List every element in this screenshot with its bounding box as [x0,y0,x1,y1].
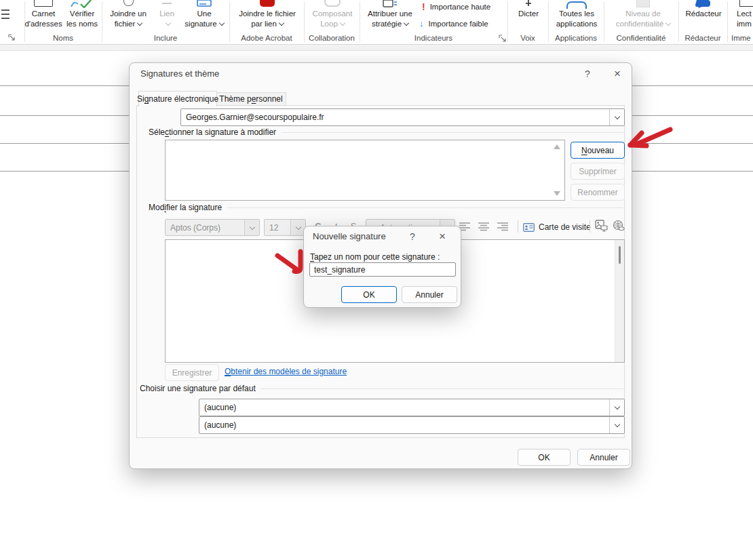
adobe-acrobat-icon [260,0,275,7]
signature-button[interactable]: Une signature [180,0,228,33]
help-icon[interactable]: ? [579,66,596,81]
chevron-down-icon[interactable] [609,417,624,433]
new-signature-button[interactable]: Nouveau [571,142,625,159]
immersive-reader-button[interactable]: Lect imm [731,0,753,33]
dialog-cancel-button[interactable]: Annuler [577,449,630,466]
close-icon[interactable]: × [609,66,625,81]
delete-signature-button: Supprimer [571,163,625,180]
chevron-down-icon [404,20,409,26]
importance-low-icon: ↓ [419,19,424,28]
group-label-noms: Noms [24,34,102,42]
scroll-up-icon[interactable] [554,144,560,149]
importance-high-button[interactable]: ! Importance haute [422,2,490,12]
chevron-down-icon [665,20,671,26]
chevron-down-icon [244,220,259,235]
help-icon[interactable]: ? [404,229,421,244]
group-label-adobe: Adobe Acrobat [229,34,304,42]
address-book-icon [34,0,53,7]
account-select[interactable]: Georges.Garnier@secourspopulaire.fr [180,108,625,126]
group-label-indicateurs: Indicateurs [360,34,507,42]
dialog-ok-button[interactable]: OK [518,449,571,466]
font-family-select: Aptos (Corps) [165,219,260,236]
save-signature-button: Enregistrer [165,364,219,381]
all-apps-button[interactable]: Toutes les applications [549,0,604,33]
link-icon [162,3,172,4]
signature-name-prompt: Tapez un nom pour cette signature : [310,252,440,262]
importance-high-icon: ! [422,2,425,12]
new-signature-cancel-button[interactable]: Annuler [402,286,457,303]
group-label-voix: Voix [507,34,548,42]
importance-low-button[interactable]: ↓ Importance faible [419,19,488,28]
attach-file-button[interactable]: Joindre un fichier [103,0,153,33]
edit-signature-section-header: Modifier la signature [149,203,623,212]
editor-button[interactable]: Rédacteur [681,0,726,33]
bullet-list-lines [1,9,9,19]
chevron-down-icon [218,20,224,26]
loop-icon [324,0,341,7]
align-right-icon [497,222,509,231]
ribbon-bottom-strip [0,44,753,51]
address-book-button[interactable]: Carnet d'adresses [26,0,61,33]
dialog-title: Signatures et thème [140,68,219,79]
ribbon: Carnet d'adresses Vérifier les noms Noms… [0,0,753,44]
scroll-down-icon[interactable] [554,191,560,196]
business-card-button[interactable]: Carte de visite [523,220,591,235]
check-names-button[interactable]: Vérifier les noms [62,0,102,33]
align-center-icon [478,222,490,231]
sensitivity-button: Niveau de confidentialité [608,0,678,33]
group-label-collaboration: Collaboration [304,34,360,42]
dictate-button[interactable]: Dicter [510,0,547,33]
dialog-launcher-icon[interactable] [499,35,506,42]
group-label-inclure: Inclure [102,34,229,42]
new-signature-dialog: Nouvelle signature ? × Tapez un nom pour… [303,226,461,308]
apps-icon [566,1,587,9]
insert-image-icon[interactable] [595,220,608,232]
policy-icon [383,0,398,8]
business-card-icon [523,223,535,232]
group-label-redacteur: Rédacteur [678,34,727,42]
default-signature-section-header: Choisir une signature par défaut [140,384,623,393]
signature-icon [197,0,212,8]
chevron-down-icon [137,20,142,26]
group-label-confidentialite: Confidentialité [604,34,678,42]
tab-theme-personnel[interactable]: Thème personnel [216,92,286,105]
chevron-down-icon [340,20,345,26]
signature-name-input[interactable] [309,262,456,277]
assign-policy-button[interactable]: Attribuer une stratégie [362,0,418,33]
replies-select[interactable]: (aucune) [199,416,625,434]
rename-signature-button: Renommer [571,184,625,201]
get-templates-link[interactable]: Obtenir des modèles de signature [225,367,347,376]
group-label-immersive: Imme [731,34,751,42]
check-names-icon [70,0,94,8]
sensitivity-icon [636,0,650,7]
new-messages-select[interactable]: (aucune) [199,399,625,416]
insert-link-icon[interactable] [613,220,625,232]
group-label-applications: Applications [548,34,604,42]
link-button: Lien [155,0,179,33]
dialog-title: Nouvelle signature [313,231,386,241]
chevron-down-icon [166,20,171,26]
adobe-attach-link-button[interactable]: Joindre le fichier par lien [232,0,303,33]
signature-list[interactable] [165,140,565,201]
new-signature-ok-button[interactable]: OK [341,286,397,303]
chevron-down-icon[interactable] [609,399,624,416]
font-size-select: 12 [264,219,306,236]
chevron-down-icon[interactable] [609,109,624,125]
editor-icon [695,0,712,8]
scrollbar-thumb[interactable] [619,246,621,264]
microphone-icon [524,0,533,8]
close-icon[interactable]: × [434,229,450,244]
editor-scrollbar[interactable] [615,240,624,362]
immersive-reader-icon [739,0,753,7]
tab-signature-electronique[interactable]: Signature électronique [138,91,217,106]
paperclip-icon [123,0,134,6]
chevron-down-icon [279,20,284,26]
dialog-launcher-icon[interactable] [8,34,16,41]
loop-component-button: Composant Loop [307,0,358,33]
select-signature-section-header: Sélectionner la signature à modifier [149,127,623,137]
